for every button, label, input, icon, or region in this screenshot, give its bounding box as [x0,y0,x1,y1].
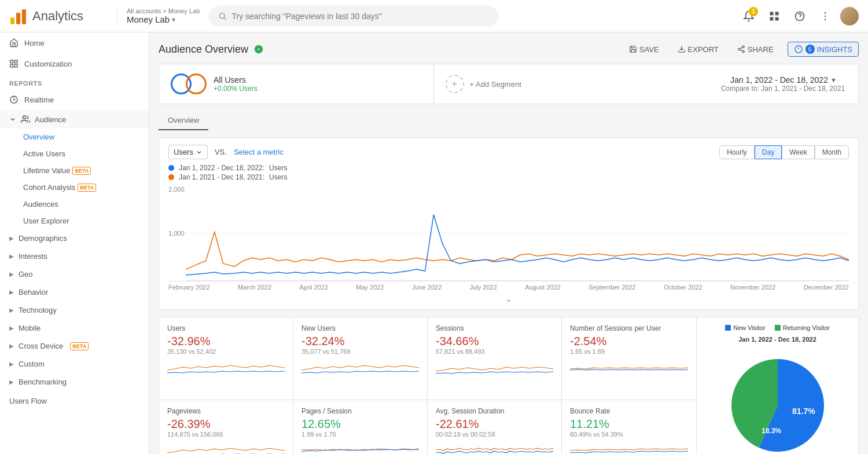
sidebar-item-realtime[interactable]: Realtime [0,89,149,110]
select-metric-link[interactable]: Select a metric [234,148,284,156]
sidebar-child-user-explorer[interactable]: User Explorer [0,213,149,229]
time-btn-month[interactable]: Month [815,145,849,159]
sidebar-child-lifetime-value[interactable]: Lifetime Value BETA [0,162,149,179]
share-button[interactable]: SHARE [733,43,778,56]
notification-badge: 1 [749,7,758,16]
metric-value-sessions: -34.66% [436,335,553,348]
account-name[interactable]: Money Lab [127,14,200,24]
segment-bar: All Users +0.00% Users + + Add Segment J… [159,64,859,104]
metric-label-new-users: New Users [301,324,419,332]
search-icon [218,12,227,21]
svg-rect-7 [770,17,774,20]
tab-overview[interactable]: Overview [159,111,208,130]
sidebar-item-customization[interactable]: Customization [0,53,149,74]
sidebar-item-custom[interactable]: ▶ Custom [0,355,149,373]
insights-button[interactable]: 6 INSIGHTS [788,42,859,57]
x-label-8: October 2022 [664,284,703,291]
svg-rect-2 [22,9,26,24]
apps-button[interactable] [764,6,785,27]
notification-button[interactable]: 1 [738,6,759,27]
chart-y-2000-label: 2,000 [168,186,185,193]
all-users-segment[interactable]: All Users +0.00% Users [159,64,434,104]
sidebar-item-geo[interactable]: ▶ Geo [0,265,149,283]
chart-x-labels: February 2022 March 2022 April 2022 May … [168,281,849,293]
mini-chart-users [167,358,285,375]
app-title: Analytics [32,9,83,24]
segment-pct: +0.00% Users [214,85,258,93]
metric-label-users: Users [167,324,285,332]
chart-expand-btn[interactable]: ⌄ [168,293,849,305]
metric-label-sessions-per-user: Number of Sessions per User [570,324,688,332]
time-btn-week[interactable]: Week [782,145,814,159]
expand-icon: ⌄ [505,294,512,303]
sidebar-child-cohort-analysis[interactable]: Cohort Analysis BETA [0,179,149,196]
metric-card-new-users: New Users -32.24% 35,077 vs 51,769 [293,317,428,400]
add-segment[interactable]: + + Add Segment [434,64,708,104]
svg-line-24 [740,50,742,51]
metric-comparison-new-users: 35,077 vs 51,769 [301,348,419,355]
date-range-compare: Compare to: Jan 1, 2021 - Dec 18, 2021 [721,85,845,93]
x-label-9: November 2022 [730,284,775,291]
export-button[interactable]: EXPORT [673,43,723,56]
chart-legend: Jan 1, 2022 - Dec 18, 2022: Users Jan 1,… [159,162,858,186]
insights-icon [794,45,803,54]
help-icon [794,10,806,22]
metric-card-users: Users -32.96% 35,130 vs 52,402 [159,317,293,400]
search-bar[interactable] [209,6,498,27]
mini-chart-bounce-rate [570,441,688,455]
insights-badge: 6 [806,45,815,54]
time-btn-day[interactable]: Day [755,145,782,159]
home-icon [9,38,19,47]
audience-icon [21,115,30,124]
pie-legend: New Visitor Returning Visitor [706,324,849,331]
logo-area: Analytics [9,7,108,25]
sidebar-item-demographics[interactable]: ▶ Demographics [0,229,149,247]
save-button[interactable]: SAVE [624,43,664,56]
sidebar-child-audiences[interactable]: Audiences [0,196,149,213]
page-title: Audience Overview [159,43,264,56]
sidebar-item-mobile[interactable]: ▶ Mobile [0,319,149,337]
metric-dropdown-chevron-icon [196,149,203,156]
cohort-analysis-beta-badge: BETA [78,184,96,192]
metric-comparison-bounce-rate: 60.49% vs 54.39% [570,431,688,438]
metric-comparison-pages-session: 1.99 vs 1.76 [301,431,419,438]
avatar[interactable] [840,7,859,25]
svg-point-21 [742,46,745,48]
sidebar-item-home[interactable]: Home [0,32,149,53]
svg-rect-14 [10,60,13,63]
svg-rect-15 [14,60,17,63]
more-button[interactable] [815,6,836,27]
benchmarking-chevron-icon: ▶ [9,379,14,385]
metric-label-pageviews: Pageviews [167,407,285,415]
time-buttons: Hourly Day Week Month [719,145,849,159]
legend-dot-orange [168,174,174,180]
demographics-chevron-icon: ▶ [9,235,14,241]
search-input[interactable] [231,12,489,21]
svg-line-4 [225,17,226,19]
custom-label: Custom [19,360,45,368]
sidebar-item-users-flow[interactable]: Users Flow [0,391,149,411]
pie-chart: 81.7% 18.3% [720,347,836,454]
time-btn-hourly[interactable]: Hourly [719,145,755,159]
sidebar: Home Customization REPORTS Realtime Audi… [0,32,149,454]
sidebar-child-active-users[interactable]: Active Users [0,145,149,162]
sidebar-item-benchmarking[interactable]: ▶ Benchmarking [0,373,149,391]
behavior-chevron-icon: ▶ [9,289,14,295]
sidebar-item-cross-device[interactable]: ▶ Cross Device BETA [0,337,149,355]
add-segment-circle: + [446,75,464,93]
sidebar-child-overview[interactable]: Overview [0,129,149,145]
sidebar-item-technology[interactable]: ▶ Technology [0,301,149,319]
account-nav[interactable]: All accounts > Money Lab Money Lab [117,8,200,24]
sidebar-item-interests[interactable]: ▶ Interests [0,247,149,265]
segment-name: All Users [214,75,258,85]
geo-chevron-icon: ▶ [9,271,14,277]
help-button[interactable] [789,6,810,27]
date-range-area[interactable]: Jan 1, 2022 - Dec 18, 2022 ▾ Compare to:… [708,64,858,104]
sidebar-item-behavior[interactable]: ▶ Behavior [0,283,149,301]
x-label-4: June 2022 [412,284,442,291]
sidebar-item-audience[interactable]: Audience [0,110,149,129]
svg-rect-17 [14,64,17,67]
chart-svg [168,186,849,281]
custom-chevron-icon: ▶ [9,361,14,367]
metric-dropdown[interactable]: Users [168,145,208,159]
